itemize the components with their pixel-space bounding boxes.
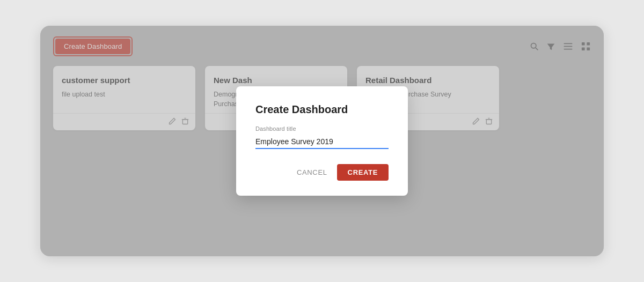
cancel-button[interactable]: CANCEL xyxy=(297,168,327,176)
dashboard-title-input[interactable] xyxy=(255,135,389,149)
create-button[interactable]: CREATE xyxy=(337,164,389,181)
modal-field-label: Dashboard title xyxy=(255,125,389,132)
main-container: Create Dashboard xyxy=(40,26,604,256)
create-dashboard-modal: Create Dashboard Dashboard title CANCEL … xyxy=(236,86,408,196)
modal-title: Create Dashboard xyxy=(255,103,389,116)
modal-overlay: Create Dashboard Dashboard title CANCEL … xyxy=(40,26,604,256)
modal-actions: CANCEL CREATE xyxy=(255,164,389,181)
